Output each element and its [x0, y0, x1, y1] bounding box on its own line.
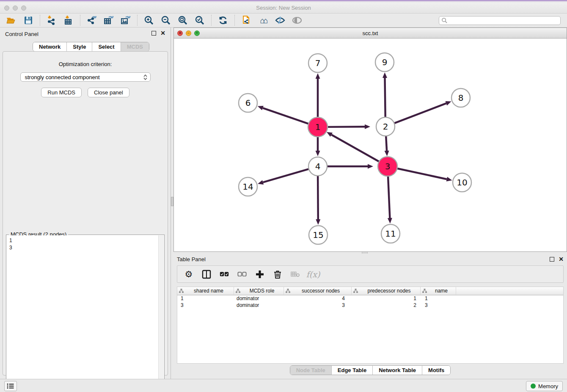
- select-all-columns-icon[interactable]: [220, 270, 229, 279]
- cell-predecessor-nodes[interactable]: 1: [352, 295, 421, 302]
- table-panel-tabs: Node TableEdge TableNetwork TableMotifs: [290, 365, 451, 375]
- control-panel-title: Control Panel: [5, 31, 39, 37]
- show-columns-icon[interactable]: [202, 270, 211, 279]
- tab-network[interactable]: Network: [33, 42, 66, 51]
- graph-edge-2-3[interactable]: [386, 135, 387, 151]
- clone-network-icon[interactable]: [241, 15, 252, 26]
- edge-arrowhead: [365, 124, 370, 129]
- network-graph: 1234678910111415: [174, 39, 567, 251]
- graph-edge-1-6[interactable]: [263, 108, 310, 124]
- network-canvas[interactable]: 1234678910111415: [174, 39, 567, 251]
- import-network-icon[interactable]: [46, 15, 57, 26]
- export-network-icon[interactable]: [86, 15, 97, 26]
- memory-label: Memory: [538, 383, 558, 389]
- graph-edge-1-2[interactable]: [326, 127, 365, 127]
- tab-mcds[interactable]: MCDS: [121, 42, 149, 51]
- table-row[interactable]: 1dominator411: [177, 295, 563, 302]
- node-label-9: 9: [382, 57, 388, 67]
- tab-network-table[interactable]: Network Table: [372, 366, 422, 375]
- float-table-panel-icon[interactable]: [550, 257, 554, 262]
- node-label-3: 3: [385, 161, 391, 171]
- main-toolbar: ⌂⌂: [0, 14, 567, 28]
- graph-edge-2-9[interactable]: [385, 78, 385, 118]
- mcds-tab-content: Optimization criterion: strongly connect…: [3, 51, 168, 375]
- column-header-MCDS-role[interactable]: MCDS role: [234, 287, 284, 295]
- tab-edge-table[interactable]: Edge Table: [331, 366, 372, 375]
- network-window-title: scc.txt: [174, 30, 567, 36]
- close-panel-icon[interactable]: ✕: [160, 31, 165, 36]
- hide-panels-icon[interactable]: [275, 15, 286, 26]
- result-scrollbar[interactable]: [158, 235, 164, 392]
- mcds-result-list[interactable]: 1 3: [7, 235, 158, 392]
- home-icon[interactable]: ⌂⌂: [258, 15, 269, 26]
- column-header-successor-nodes[interactable]: successor nodes: [284, 287, 352, 295]
- node-label-11: 11: [385, 229, 396, 239]
- graph-edge-3-11[interactable]: [388, 175, 390, 218]
- zoom-out-icon[interactable]: [160, 15, 171, 26]
- task-history-button[interactable]: [4, 381, 17, 391]
- zoom-in-icon[interactable]: [143, 15, 154, 26]
- run-mcds-button[interactable]: Run MCDS: [41, 88, 82, 97]
- cell-MCDS-role[interactable]: dominator: [234, 295, 284, 302]
- tab-select[interactable]: Select: [92, 42, 120, 51]
- column-header-predecessor-nodes[interactable]: predecessor nodes: [352, 287, 421, 295]
- close-table-panel-icon[interactable]: ✕: [559, 257, 564, 262]
- vertical-splitter[interactable]: [171, 28, 173, 379]
- memory-button[interactable]: Memory: [526, 381, 563, 391]
- table-settings-icon[interactable]: ⚙: [184, 270, 193, 279]
- delete-column-icon[interactable]: [273, 270, 282, 279]
- graph-edge-2-8[interactable]: [394, 103, 446, 124]
- tab-style[interactable]: Style: [66, 42, 92, 51]
- edge-arrowhead: [385, 151, 389, 156]
- column-header-name[interactable]: name: [421, 287, 456, 295]
- export-table-icon[interactable]: [103, 15, 114, 26]
- criterion-select[interactable]: strongly connected component: [20, 72, 151, 82]
- graph-edge-4-15[interactable]: [318, 175, 318, 219]
- zoom-selected-icon[interactable]: [194, 15, 205, 26]
- edge-arrowhead: [258, 180, 264, 185]
- table-row[interactable]: 3dominator323: [177, 302, 563, 309]
- tab-node-table[interactable]: Node Table: [290, 366, 331, 375]
- float-panel-icon[interactable]: [151, 31, 156, 36]
- cell-predecessor-nodes[interactable]: 2: [352, 302, 421, 309]
- delete-table-icon[interactable]: [291, 270, 300, 279]
- control-panel-tabs: NetworkStyleSelectMCDS: [33, 42, 149, 52]
- network-window: ✕ − + scc.txt 1234678910111415: [173, 28, 567, 252]
- mcds-result-group: MCDS result (2 nodes) 1 3: [6, 235, 165, 392]
- cell-MCDS-role[interactable]: dominator: [234, 302, 284, 309]
- import-table-icon[interactable]: [63, 15, 74, 26]
- network-window-titlebar[interactable]: ✕ − + scc.txt: [174, 28, 567, 39]
- export-image-icon[interactable]: [120, 15, 131, 26]
- node-label-10: 10: [457, 177, 467, 188]
- table-panel: Table Panel ✕ ⚙: [173, 254, 567, 379]
- edge-arrowhead: [316, 151, 320, 156]
- cell-shared-name[interactable]: 1: [177, 295, 234, 302]
- search-input[interactable]: [448, 17, 560, 24]
- graph-edge-3-10[interactable]: [396, 168, 447, 179]
- select-arrows-icon: [143, 75, 147, 80]
- cell-shared-name[interactable]: 3: [177, 302, 234, 309]
- column-header-shared-name[interactable]: shared name: [177, 287, 234, 295]
- node-label-7: 7: [315, 58, 321, 68]
- edge-arrowhead: [383, 72, 387, 78]
- tab-motifs[interactable]: Motifs: [422, 366, 450, 375]
- graph-edge-4-14[interactable]: [263, 169, 310, 182]
- cell-successor-nodes[interactable]: 3: [284, 302, 352, 309]
- control-panel: Control Panel ✕ NetworkStyleSelectMCDS O…: [0, 28, 171, 379]
- open-session-icon[interactable]: [6, 15, 17, 26]
- save-session-icon[interactable]: [23, 15, 34, 26]
- show-graphics-icon[interactable]: [292, 15, 303, 26]
- node-label-8: 8: [458, 93, 464, 103]
- edge-arrowhead: [446, 177, 452, 182]
- zoom-fit-icon[interactable]: [177, 15, 188, 26]
- cell-name[interactable]: 1: [421, 295, 456, 302]
- cell-successor-nodes[interactable]: 4: [284, 295, 352, 302]
- cell-name[interactable]: 3: [421, 302, 456, 309]
- create-column-icon[interactable]: [255, 270, 264, 279]
- graph-edge-3-1[interactable]: [331, 135, 380, 162]
- unselect-all-columns-icon[interactable]: [237, 270, 247, 279]
- edge-arrowhead: [316, 73, 320, 79]
- apply-function-icon[interactable]: f(x): [308, 270, 318, 279]
- refresh-layout-icon[interactable]: [217, 15, 228, 26]
- close-panel-button[interactable]: Close panel: [88, 88, 129, 97]
